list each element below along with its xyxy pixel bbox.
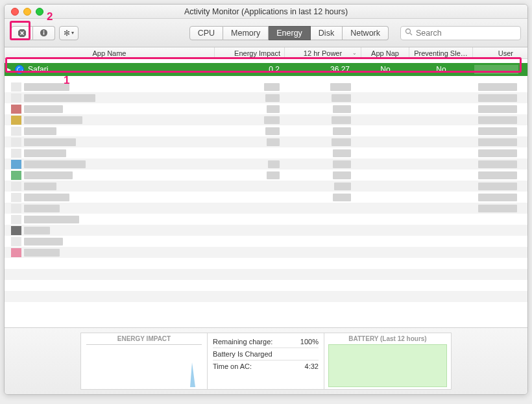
- window-controls: [11, 8, 43, 16]
- view-options-button[interactable]: ✻▾: [59, 26, 79, 40]
- safari-app-icon: [15, 65, 24, 74]
- stop-process-button[interactable]: [11, 26, 33, 40]
- tab-network[interactable]: Network: [343, 26, 389, 40]
- cell-12hr-power: 36.27: [285, 65, 361, 74]
- titlebar: Activity Monitor (Applications in last 1…: [5, 5, 527, 19]
- info-icon: [40, 29, 48, 37]
- minimize-window-button[interactable]: [23, 8, 31, 16]
- tab-cpu[interactable]: CPU: [189, 26, 223, 40]
- process-table[interactable]: ▶ Safari 0.2 36.27 No No: [5, 59, 527, 319]
- tab-disk[interactable]: Disk: [311, 26, 343, 40]
- window-title: Activity Monitor (Applications in last 1…: [43, 7, 489, 16]
- svg-point-4: [43, 31, 45, 32]
- energy-impact-heading: ENERGY IMPACT: [86, 335, 202, 345]
- battery-history-panel: BATTERY (Last 12 hours): [324, 333, 452, 390]
- battery-history-chart: [328, 344, 447, 387]
- disclosure-triangle-icon[interactable]: ▶: [7, 67, 11, 73]
- annotation-label-2: 2: [47, 10, 53, 23]
- chevron-down-icon: ▾: [71, 30, 74, 36]
- table-row-selected[interactable]: ▶ Safari 0.2 36.27 No No: [5, 63, 527, 76]
- svg-rect-5: [43, 32, 45, 35]
- svg-line-7: [410, 33, 412, 35]
- remaining-charge-value: 100%: [300, 338, 319, 346]
- cell-energy-impact: 0.2: [215, 65, 285, 74]
- search-field[interactable]: [400, 26, 521, 40]
- zoom-window-button[interactable]: [36, 8, 43, 16]
- search-input[interactable]: [416, 29, 516, 38]
- gear-icon: ✻: [64, 29, 70, 38]
- column-header-label: 12 hr Power: [304, 49, 342, 57]
- tab-memory[interactable]: Memory: [223, 26, 269, 40]
- cell-app-nap: No: [361, 65, 409, 74]
- tab-bar: CPU Memory Energy Disk Network: [189, 26, 389, 40]
- annotation-label-1: 1: [64, 74, 69, 87]
- time-on-ac-value: 4:32: [305, 362, 319, 370]
- remaining-charge-label: Remaining charge:: [213, 338, 272, 346]
- column-header-user[interactable]: User: [473, 47, 527, 58]
- summary-bar: ENERGY IMPACT Remaining charge: 100% Bat…: [5, 327, 527, 394]
- toolbar: ✻▾ CPU Memory Energy Disk Network: [5, 19, 527, 47]
- time-on-ac-label: Time on AC:: [213, 362, 252, 370]
- stop-octagon-icon: [18, 29, 27, 38]
- battery-stats-panel: Remaining charge: 100% Battery Is Charge…: [208, 333, 324, 390]
- activity-monitor-window: Activity Monitor (Applications in last 1…: [4, 4, 528, 395]
- column-header-app-nap[interactable]: App Nap: [361, 47, 409, 58]
- battery-history-heading: BATTERY (Last 12 hours): [348, 335, 426, 344]
- cell-user: [473, 65, 527, 74]
- energy-spark-chart: [86, 345, 202, 387]
- svg-point-6: [406, 29, 411, 34]
- search-icon: [405, 28, 413, 38]
- battery-charged-label: Battery Is Charged: [213, 350, 272, 358]
- sort-chevron-icon: ⌄: [352, 50, 357, 56]
- column-header-energy-impact[interactable]: Energy Impact: [215, 47, 285, 58]
- process-name: Safari: [28, 65, 48, 74]
- tab-energy[interactable]: Energy: [269, 26, 311, 40]
- close-window-button[interactable]: [11, 8, 19, 16]
- column-header-app-name[interactable]: App Name: [5, 47, 215, 58]
- process-action-group: [11, 26, 55, 40]
- table-header-row: App Name Energy Impact 12 hr Power ⌄ App…: [5, 47, 527, 59]
- svg-marker-8: [190, 362, 195, 387]
- energy-impact-panel: ENERGY IMPACT: [80, 333, 208, 390]
- column-header-preventing-sleep[interactable]: Preventing Sle…: [409, 47, 473, 58]
- inspect-process-button[interactable]: [33, 26, 55, 40]
- column-header-12hr-power[interactable]: 12 hr Power ⌄: [285, 47, 361, 58]
- redacted-rows: [5, 79, 527, 319]
- cell-preventing-sleep: No: [409, 65, 473, 74]
